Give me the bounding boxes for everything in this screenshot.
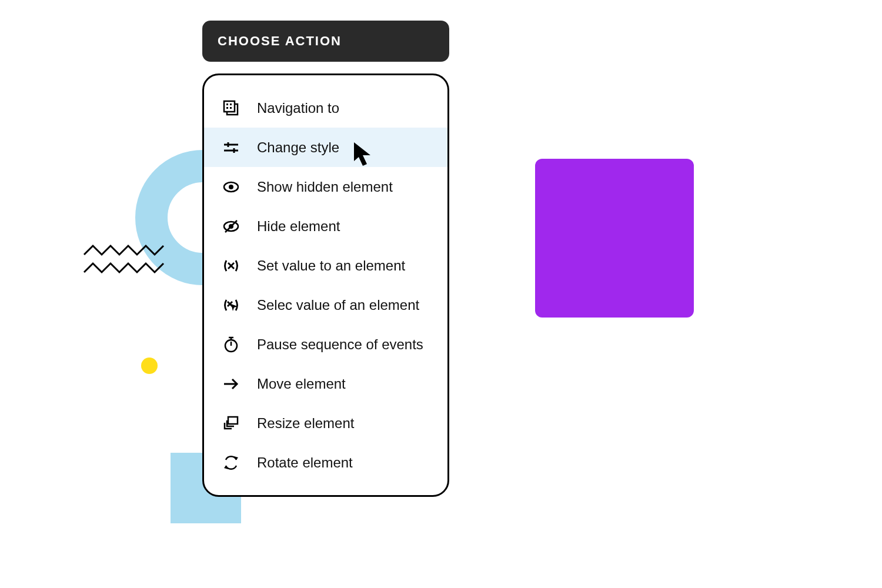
menu-item-label: Set value to an element: [257, 258, 405, 274]
eye-slash-icon: [222, 217, 240, 236]
svg-rect-1: [224, 101, 235, 112]
menu-item-label: Change style: [257, 139, 339, 156]
svg-rect-2: [226, 103, 228, 105]
menu-item-move-element[interactable]: Move element: [204, 364, 447, 403]
menu-item-rotate-element[interactable]: Rotate element: [204, 443, 447, 482]
svg-rect-4: [226, 107, 228, 109]
choose-action-header: CHOOSE ACTION: [202, 21, 449, 62]
menu-item-hide-element[interactable]: Hide element: [204, 206, 447, 246]
menu-item-set-value[interactable]: Set value to an element: [204, 246, 447, 285]
svg-rect-3: [230, 103, 232, 105]
menu-item-label: Selec value of an element: [257, 297, 419, 313]
action-menu: Navigation to Change style Show hidden e…: [202, 74, 449, 497]
decorative-yellow-dot: [141, 358, 158, 374]
svg-rect-5: [230, 107, 232, 109]
stopwatch-icon: [222, 335, 240, 354]
sliders-icon: [222, 138, 240, 157]
select-value-icon: [222, 296, 240, 315]
resize-icon: [222, 414, 240, 433]
menu-item-label: Rotate element: [257, 455, 353, 471]
menu-item-label: Hide element: [257, 218, 340, 235]
menu-item-pause-sequence[interactable]: Pause sequence of events: [204, 325, 447, 364]
menu-item-label: Pause sequence of events: [257, 336, 423, 353]
arrow-right-icon: [222, 375, 240, 393]
menu-item-change-style[interactable]: Change style: [204, 128, 447, 167]
decorative-purple-square: [535, 159, 694, 318]
menu-item-label: Resize element: [257, 415, 354, 432]
eye-icon: [222, 178, 240, 196]
header-title: CHOOSE ACTION: [218, 34, 342, 49]
menu-item-label: Show hidden element: [257, 179, 393, 195]
menu-item-select-value[interactable]: Selec value of an element: [204, 285, 447, 325]
menu-item-show-hidden-element[interactable]: Show hidden element: [204, 167, 447, 206]
menu-item-label: Navigation to: [257, 100, 339, 116]
decorative-zigzag: [82, 244, 171, 279]
menu-item-label: Move element: [257, 376, 346, 392]
rotate-icon: [222, 453, 240, 472]
menu-item-resize-element[interactable]: Resize element: [204, 403, 447, 443]
navigation-icon: [222, 99, 240, 118]
set-value-icon: [222, 256, 240, 275]
menu-item-navigation-to[interactable]: Navigation to: [204, 88, 447, 128]
svg-point-11: [229, 185, 233, 189]
svg-rect-25: [228, 417, 238, 424]
